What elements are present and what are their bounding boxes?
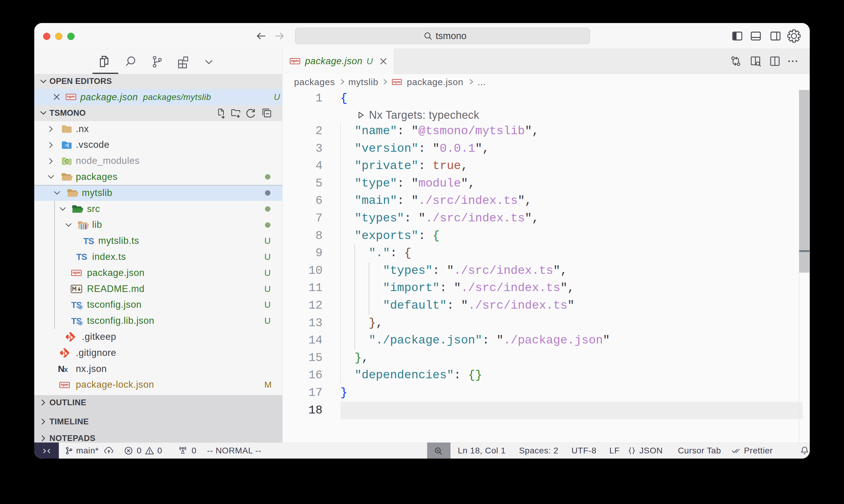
svg-text:JS: JS — [65, 160, 69, 163]
svg-text:</>: </> — [74, 209, 83, 214]
